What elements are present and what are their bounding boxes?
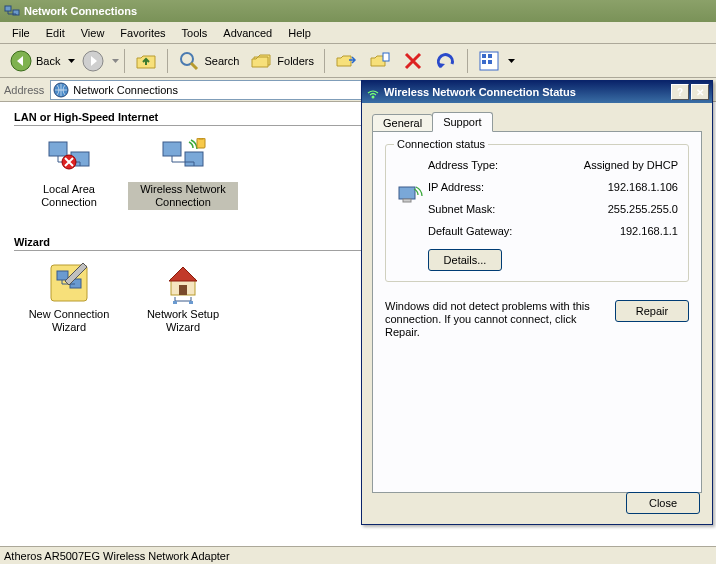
subnet-mask-value: 255.255.255.0 — [538, 203, 678, 215]
wireless-connected-icon — [128, 136, 238, 180]
tab-panel-support: Connection status Address Type: Assigned… — [372, 131, 702, 493]
svg-rect-0 — [5, 6, 11, 11]
network-setup-wizard-icon — [128, 261, 238, 305]
folders-icon — [251, 50, 273, 72]
up-button[interactable] — [130, 47, 162, 75]
svg-rect-10 — [488, 60, 492, 64]
svg-rect-20 — [57, 271, 68, 280]
forward-icon — [82, 50, 104, 72]
address-label: Address — [4, 84, 44, 96]
svg-rect-9 — [482, 60, 486, 64]
statusbar: Atheros AR5007EG Wireless Network Adapte… — [0, 546, 716, 564]
tab-general[interactable]: General — [372, 114, 433, 132]
forward-dropdown[interactable] — [110, 49, 120, 73]
dialog-titlebar[interactable]: Wireless Network Connection Status ? ✕ — [362, 81, 712, 103]
item-network-setup-wizard[interactable]: Network Setup Wizard — [128, 261, 238, 335]
close-button[interactable]: Close — [626, 492, 700, 514]
connection-status-icon — [396, 183, 428, 213]
svg-rect-12 — [49, 142, 67, 156]
svg-point-26 — [372, 96, 375, 99]
connection-status-groupbox: Connection status Address Type: Assigned… — [385, 144, 689, 282]
svg-rect-8 — [488, 54, 492, 58]
separator — [467, 49, 468, 73]
item-wireless-network-connection[interactable]: Wireless Network Connection — [128, 136, 238, 210]
dialog-title: Wireless Network Connection Status — [384, 86, 669, 98]
views-dropdown[interactable] — [506, 49, 516, 73]
svg-rect-24 — [173, 301, 177, 304]
item-new-connection-wizard[interactable]: New Connection Wizard — [14, 261, 124, 335]
wireless-status-dialog: Wireless Network Connection Status ? ✕ G… — [361, 80, 713, 525]
views-icon — [478, 50, 500, 72]
new-connection-wizard-icon — [14, 261, 124, 305]
search-icon — [178, 50, 200, 72]
default-gateway-value: 192.168.1.1 — [538, 225, 678, 237]
subnet-mask-label: Subnet Mask: — [428, 203, 538, 215]
svg-rect-5 — [383, 53, 389, 61]
help-button[interactable]: ? — [671, 84, 689, 100]
address-value: Network Connections — [73, 84, 178, 96]
undo-button[interactable] — [430, 47, 462, 75]
menu-help[interactable]: Help — [280, 24, 319, 42]
folders-button[interactable]: Folders — [246, 47, 319, 75]
menu-tools[interactable]: Tools — [174, 24, 216, 42]
svg-rect-25 — [189, 301, 193, 304]
back-icon — [10, 50, 32, 72]
tabs: General Support — [372, 112, 702, 132]
move-to-icon — [335, 50, 357, 72]
back-button[interactable]: Back — [5, 47, 65, 75]
svg-rect-27 — [399, 187, 415, 199]
details-button[interactable]: Details... — [428, 249, 502, 271]
repair-button[interactable]: Repair — [615, 300, 689, 322]
forward-button[interactable] — [77, 47, 109, 75]
statusbar-text: Atheros AR5007EG Wireless Network Adapte… — [4, 550, 230, 562]
network-connections-icon — [4, 3, 20, 19]
svg-rect-28 — [403, 199, 411, 202]
lan-disconnected-icon — [14, 136, 124, 180]
svg-rect-7 — [482, 54, 486, 58]
item-local-area-connection[interactable]: Local Area Connection — [14, 136, 124, 210]
tab-support[interactable]: Support — [432, 112, 493, 132]
menu-view[interactable]: View — [73, 24, 113, 42]
copy-to-icon — [369, 50, 391, 72]
window-title: Network Connections — [24, 5, 137, 17]
svg-rect-15 — [163, 142, 181, 156]
copy-to-button[interactable] — [364, 47, 396, 75]
folder-up-icon — [135, 50, 157, 72]
address-type-label: Address Type: — [428, 159, 538, 171]
window-titlebar: Network Connections — [0, 0, 716, 22]
delete-icon — [403, 51, 423, 71]
delete-button[interactable] — [398, 48, 428, 74]
ip-address-value: 192.168.1.106 — [538, 181, 678, 193]
address-type-value: Assigned by DHCP — [538, 159, 678, 171]
network-connections-icon — [53, 82, 69, 98]
search-button[interactable]: Search — [173, 47, 244, 75]
groupbox-legend: Connection status — [394, 138, 488, 150]
undo-icon — [435, 50, 457, 72]
default-gateway-label: Default Gateway: — [428, 225, 538, 237]
separator — [167, 49, 168, 73]
menu-file[interactable]: File — [4, 24, 38, 42]
ip-address-label: IP Address: — [428, 181, 538, 193]
separator — [324, 49, 325, 73]
menu-advanced[interactable]: Advanced — [215, 24, 280, 42]
back-dropdown[interactable] — [66, 49, 76, 73]
separator — [124, 49, 125, 73]
svg-rect-23 — [179, 285, 187, 295]
menu-edit[interactable]: Edit — [38, 24, 73, 42]
toolbar: Back Search Folders — [0, 44, 716, 78]
repair-text: Windows did not detect problems with thi… — [385, 300, 615, 339]
close-x-button[interactable]: ✕ — [691, 84, 709, 100]
menu-favorites[interactable]: Favorites — [112, 24, 173, 42]
wireless-icon — [365, 84, 381, 100]
menubar: File Edit View Favorites Tools Advanced … — [0, 22, 716, 44]
views-button[interactable] — [473, 47, 505, 75]
move-to-button[interactable] — [330, 47, 362, 75]
